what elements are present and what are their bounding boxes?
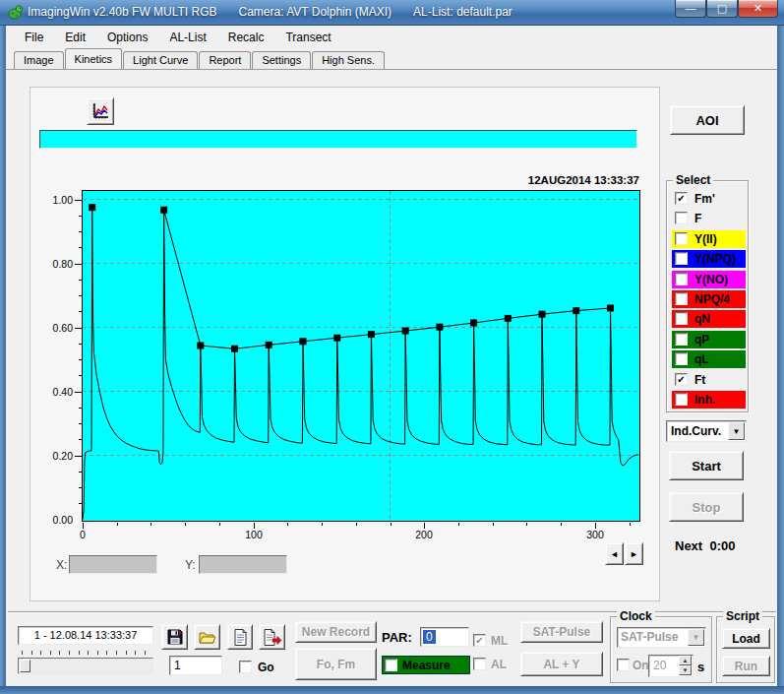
select-row-yno: Y(NO) [672,271,746,288]
kinetics-plot[interactable] [82,190,640,522]
record-slider-thumb[interactable] [20,660,30,672]
x-axis-tick [458,523,459,526]
go-checkbox[interactable] [239,661,252,673]
y-axis-tick [79,423,82,424]
chevron-down-icon[interactable]: ▼ [688,629,704,646]
record-title-field[interactable]: 1 - 12.08.14 13:33:37 [18,626,153,645]
export-icon [263,628,282,647]
document-icon [232,628,249,647]
run-script-button[interactable]: Run [722,656,770,676]
fo-fm-button[interactable]: Fo, Fm [295,648,377,680]
select-row-yii: Y(II) [672,230,746,248]
channel-checkbox-ft[interactable]: ✔ [675,373,688,386]
graph-tool-button[interactable] [87,97,114,125]
al-checkbox[interactable] [473,658,486,670]
slider-tick [126,651,127,655]
x-axis-tick [322,523,323,526]
open-folder-icon [198,628,216,647]
select-row-ynpq: Y(NPQ) [672,250,746,268]
y-axis-tick [75,264,82,265]
slider-tick [106,651,107,655]
record-number-field[interactable]: 1 [169,656,222,675]
par-field[interactable]: 0 [420,627,469,647]
channel-checkbox-qp[interactable] [675,333,688,346]
maximize-button[interactable]: ▢ [706,0,738,18]
channel-label: qP [694,333,709,347]
go-label: Go [258,661,274,674]
channel-checkbox-f[interactable] [675,212,688,224]
channel-label: Y(II) [694,232,717,246]
channel-label: Y(NPQ) [694,252,736,266]
aoi-button[interactable]: AOI [670,105,745,135]
clock-on-checkbox[interactable] [617,659,630,671]
al-plus-y-button[interactable]: AL + Y [520,652,603,676]
x-axis-tick [561,523,562,526]
channel-checkbox-ql[interactable] [675,352,688,365]
y-axis-tick [79,359,82,360]
menu-item-transect[interactable]: Transect [276,29,339,46]
channel-checkbox-qn[interactable] [675,312,688,325]
par-label: PAR: [382,630,412,645]
curve-mode-dropdown[interactable]: Ind.Curv. ▼ [666,420,747,442]
slider-tick [59,651,60,655]
y-axis-tick [79,247,82,248]
tab-light-curve[interactable]: Light Curve [123,51,198,69]
sat-pulse-button[interactable]: SAT-Pulse [520,621,603,643]
minimize-button[interactable]: — [675,0,706,18]
y-axis-tick [75,456,82,457]
spinner-down-icon[interactable]: ▼ [679,665,692,675]
channel-checkbox-ynpq[interactable] [675,252,688,265]
measure-toggle[interactable]: Measure [382,656,470,674]
menu-item-al-list[interactable]: AL-List [160,29,214,46]
y-axis-tick [79,487,82,488]
channel-checkbox-yii[interactable] [675,232,688,245]
channel-label: Inh. [694,393,715,407]
y-axis-tick [79,472,82,473]
y-axis-label: 0.60 [39,322,73,334]
tab-report[interactable]: Report [199,51,251,69]
close-button[interactable]: ✕ [738,0,778,18]
tab-kinetics[interactable]: Kinetics [65,48,123,69]
menu-item-edit[interactable]: Edit [56,29,94,46]
menu-item-file[interactable]: File [16,29,52,46]
tab-image[interactable]: Image [14,51,64,69]
report-button[interactable] [227,624,253,650]
ml-checkbox[interactable]: ✔ [473,634,486,647]
clock-mode-dropdown[interactable]: SAT-Pulse ▼ [617,627,706,648]
menu-item-options[interactable]: Options [98,29,156,46]
slider-tick [97,651,98,655]
chevron-down-icon[interactable]: ▼ [728,422,745,440]
slider-tick [22,651,23,655]
x-axis-tick [493,523,494,526]
open-button[interactable] [194,624,220,650]
previous-record-button[interactable]: ◄ [605,542,624,565]
channel-checkbox-inh[interactable] [675,393,688,406]
exposure-bar [39,130,637,149]
load-script-button[interactable]: Load [722,628,770,649]
next-record-button[interactable]: ► [625,542,643,565]
channel-checkbox-npq4[interactable] [675,292,688,305]
y-axis-label: 0.80 [39,258,73,270]
start-button[interactable]: Start [669,451,744,480]
x-axis-tick [151,523,151,526]
tab-settings[interactable]: Settings [252,51,311,69]
tab-high-sens-[interactable]: High Sens. [312,51,385,69]
window-border-right [777,26,784,686]
channel-checkbox-yno[interactable] [675,273,688,285]
x-axis-tick [287,523,288,526]
clock-unit-label: s [697,660,704,674]
new-record-button[interactable]: New Record [295,621,377,643]
export-button[interactable] [259,624,285,650]
select-row-fm: ✔Fm' [672,190,746,208]
save-button[interactable] [161,624,188,650]
y-axis-tick [79,216,82,217]
clock-group-title: Clock [617,609,655,623]
stop-button[interactable]: Stop [669,492,744,522]
record-slider[interactable] [18,658,153,674]
channel-checkbox-fm[interactable]: ✔ [675,192,688,205]
measure-checkbox[interactable] [385,659,397,671]
y-axis-tick [75,200,82,201]
spinner-up-icon[interactable]: ▲ [679,656,692,665]
x-readout-label: X: [56,558,67,572]
menu-item-recalc[interactable]: Recalc [219,29,273,46]
